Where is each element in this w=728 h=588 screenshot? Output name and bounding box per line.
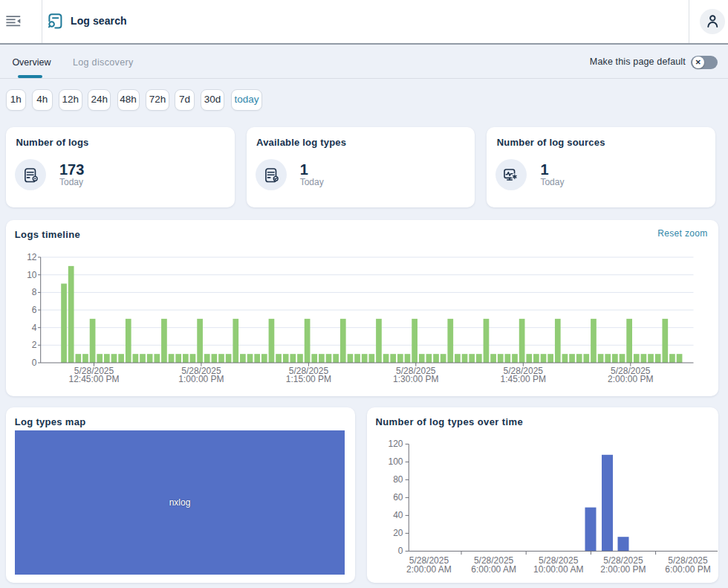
svg-text:80: 80 — [393, 474, 403, 485]
svg-text:1:45:00 PM: 1:45:00 PM — [501, 374, 546, 384]
svg-text:8: 8 — [32, 287, 37, 297]
svg-text:6:00:00 PM: 6:00:00 PM — [665, 564, 710, 575]
svg-text:100: 100 — [388, 456, 403, 467]
svg-text:2:00:00 PM: 2:00:00 PM — [600, 564, 646, 575]
svg-text:6:00:00 AM: 6:00:00 AM — [471, 564, 516, 575]
svg-text:2:00:00 AM: 2:00:00 AM — [406, 564, 452, 575]
svg-text:1:30:00 PM: 1:30:00 PM — [393, 374, 438, 384]
svg-text:10: 10 — [27, 270, 37, 280]
svg-text:120: 120 — [388, 439, 403, 449]
svg-text:0: 0 — [398, 546, 403, 556]
svg-text:12: 12 — [27, 252, 37, 262]
svg-text:60: 60 — [393, 492, 403, 503]
svg-text:20: 20 — [393, 528, 403, 538]
svg-text:4: 4 — [32, 323, 37, 333]
svg-text:40: 40 — [393, 510, 403, 520]
svg-text:2:00:00 PM: 2:00:00 PM — [608, 374, 653, 384]
svg-text:1:00:00 PM: 1:00:00 PM — [178, 374, 224, 384]
svg-text:0: 0 — [32, 358, 37, 368]
svg-text:12:45:00 PM: 12:45:00 PM — [68, 374, 119, 384]
svg-text:1:15:00 PM: 1:15:00 PM — [286, 374, 331, 384]
svg-text:6: 6 — [32, 305, 37, 315]
svg-text:2: 2 — [32, 340, 37, 350]
svg-text:10:00:00 AM: 10:00:00 AM — [533, 564, 583, 575]
